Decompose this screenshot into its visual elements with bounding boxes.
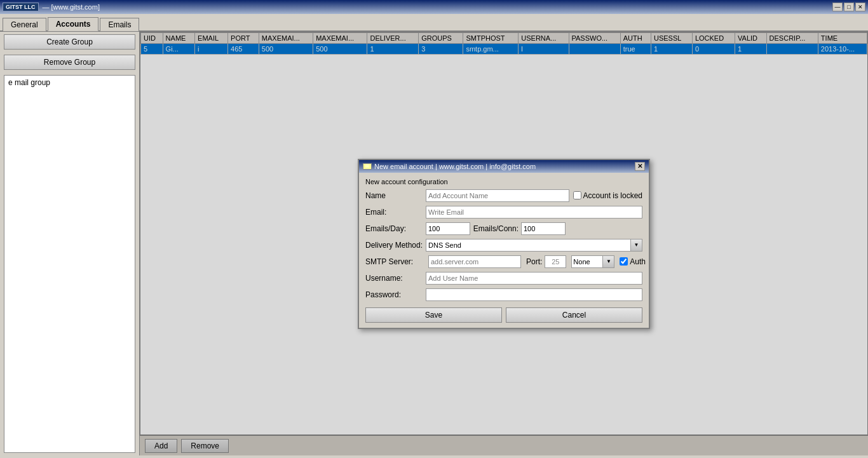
port-label: Port: [526,257,542,266]
app-title: — [www.gitst.com] [43,3,100,11]
delivery-method-row: Delivery Method: DNS Send SMTP Direct ▼ [365,239,642,252]
minimize-button[interactable]: — [832,3,843,11]
dialog-title: New email account | www.gitst.com | info… [374,163,536,170]
emails-day-label: Emails/Day: [365,224,426,233]
dialog-title-bar: ✉ New email account | www.gitst.com | in… [359,160,649,173]
auth-checkbox-label: Auth [620,257,646,266]
group-list: e mail group [4,75,135,453]
account-locked-checkbox[interactable] [573,191,581,199]
dialog-section-title: New account configuration [365,178,642,185]
port-input[interactable] [545,255,566,268]
name-label: Name [365,191,426,200]
tab-general[interactable]: General [3,18,46,31]
modal-overlay: ✉ New email account | www.gitst.com | in… [140,32,868,455]
account-locked-label: Account is locked [573,191,642,200]
password-input[interactable] [426,288,642,301]
delivery-method-dropdown-arrow[interactable]: ▼ [631,239,642,252]
ssl-select[interactable]: None SSL TLS [571,255,603,268]
create-group-button[interactable]: Create Group [4,34,135,50]
cancel-button[interactable]: Cancel [506,307,642,323]
emails-conn-label: Emails/Conn: [470,224,521,233]
smtp-server-row: SMTP Server: Port: None SSL TLS ▼ [365,255,642,268]
save-button[interactable]: Save [365,307,502,323]
auth-checkbox[interactable] [620,257,628,266]
close-button[interactable]: ✕ [855,3,865,11]
list-item[interactable]: e mail group [6,77,133,88]
email-row: Email: [365,206,642,219]
dialog-body: New account configuration Name Account i… [359,173,649,328]
username-row: Username: [365,272,642,285]
tab-bar: General Accounts Emails [0,14,868,32]
dialog-close-button[interactable]: ✕ [635,162,645,171]
name-input[interactable] [426,189,569,202]
ssl-dropdown-arrow[interactable]: ▼ [603,255,614,268]
delivery-method-label: Delivery Method: [365,241,426,250]
ssl-select-wrapper: None SSL TLS ▼ [571,255,614,268]
window-controls: — □ ✕ [832,3,865,11]
emails-row: Emails/Day: Emails/Conn: [365,222,642,235]
tab-emails[interactable]: Emails [100,18,139,31]
emails-conn-input[interactable] [521,222,566,235]
email-input[interactable] [426,206,642,219]
emails-day-input[interactable] [426,222,470,235]
name-row: Name Account is locked [365,189,642,202]
dialog-buttons: Save Cancel [365,307,642,323]
username-label: Username: [365,274,426,283]
main-layout: Create Group Remove Group e mail group U… [0,32,868,455]
tab-accounts[interactable]: Accounts [48,17,99,31]
delivery-method-select[interactable]: DNS Send SMTP Direct [426,239,631,252]
content-area: UID NAME EMAIL PORT MAXEMAI... MAXEMAI..… [140,32,868,455]
smtp-server-label: SMTP Server: [365,257,426,266]
title-bar: GITST LLC — [www.gitst.com] — □ ✕ [0,0,868,14]
delivery-method-select-wrapper: DNS Send SMTP Direct ▼ [426,239,642,252]
sidebar: Create Group Remove Group e mail group [0,32,140,455]
app-logo: GITST LLC [3,3,39,11]
new-account-dialog: ✉ New email account | www.gitst.com | in… [358,159,650,329]
email-icon: ✉ [363,163,372,170]
password-label: Password: [365,290,426,299]
remove-group-button[interactable]: Remove Group [4,55,135,70]
email-label: Email: [365,208,426,217]
username-input[interactable] [426,272,642,285]
password-row: Password: [365,288,642,301]
auth-label: Auth [630,257,646,266]
smtp-server-input[interactable] [428,255,521,268]
maximize-button[interactable]: □ [844,3,854,11]
